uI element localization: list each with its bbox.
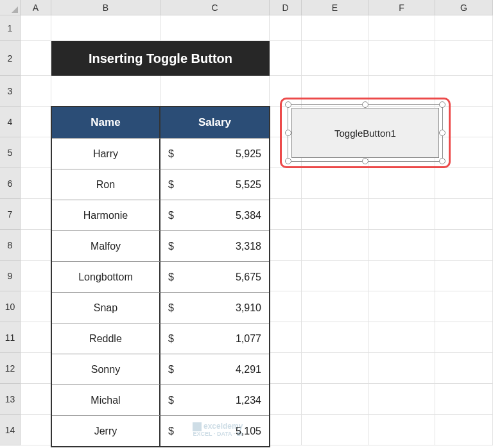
cell[interactable]: [21, 230, 51, 261]
salary-cell[interactable]: $4,291: [160, 354, 269, 384]
row-header[interactable]: 11: [0, 322, 21, 353]
column-header[interactable]: G: [435, 0, 493, 15]
cell[interactable]: [302, 230, 368, 261]
salary-cell[interactable]: $1,234: [160, 384, 269, 415]
name-cell[interactable]: Ron: [52, 169, 160, 200]
resize-handle[interactable]: [439, 101, 445, 108]
name-cell[interactable]: Jerry: [52, 415, 160, 446]
cell[interactable]: [368, 41, 435, 76]
row-header[interactable]: 10: [0, 291, 21, 322]
cell[interactable]: [160, 76, 270, 107]
column-header[interactable]: A: [21, 0, 51, 15]
cell[interactable]: [270, 230, 302, 261]
salary-cell[interactable]: $1,077: [160, 323, 269, 354]
cell[interactable]: [21, 353, 51, 384]
name-cell[interactable]: Harmonie: [52, 200, 160, 230]
cell[interactable]: [302, 15, 368, 41]
cell[interactable]: [270, 261, 302, 291]
row-header[interactable]: 1: [0, 15, 21, 41]
name-cell[interactable]: Reddle: [52, 323, 160, 354]
cell[interactable]: [160, 15, 270, 41]
cell[interactable]: [435, 322, 493, 353]
resize-handle[interactable]: [285, 130, 291, 136]
row-header[interactable]: 14: [0, 415, 21, 445]
cell[interactable]: [435, 168, 493, 199]
toggle-button[interactable]: ToggleButton1: [291, 108, 439, 158]
cell[interactable]: [368, 199, 435, 230]
cell[interactable]: [270, 415, 302, 445]
name-cell[interactable]: Michal: [52, 384, 160, 415]
cell[interactable]: [435, 384, 493, 415]
table-header[interactable]: Name: [52, 107, 160, 138]
column-header[interactable]: E: [302, 0, 368, 15]
salary-cell[interactable]: $5,675: [160, 261, 269, 292]
cell[interactable]: [435, 41, 493, 76]
cell[interactable]: [368, 168, 435, 199]
resize-handle[interactable]: [439, 158, 445, 164]
cell[interactable]: [302, 322, 368, 353]
row-header[interactable]: 4: [0, 107, 21, 137]
salary-cell[interactable]: $5,525: [160, 169, 269, 200]
cell[interactable]: [270, 322, 302, 353]
cell[interactable]: [302, 291, 368, 322]
salary-cell[interactable]: $3,318: [160, 230, 269, 261]
cell[interactable]: [302, 353, 368, 384]
row-header[interactable]: 2: [0, 41, 21, 76]
name-cell[interactable]: Harry: [52, 138, 160, 169]
cell[interactable]: [21, 76, 51, 107]
cell[interactable]: [368, 15, 435, 41]
cell[interactable]: [302, 384, 368, 415]
cell[interactable]: [21, 137, 51, 168]
cell[interactable]: [21, 107, 51, 137]
cell[interactable]: [51, 15, 160, 41]
row-header[interactable]: 8: [0, 230, 21, 261]
column-header[interactable]: C: [160, 0, 270, 15]
cell[interactable]: [21, 291, 51, 322]
cell[interactable]: [368, 322, 435, 353]
cell[interactable]: [21, 261, 51, 291]
cell[interactable]: [21, 322, 51, 353]
salary-cell[interactable]: $5,925: [160, 138, 269, 169]
cell[interactable]: [368, 384, 435, 415]
cell[interactable]: [302, 261, 368, 291]
resize-handle[interactable]: [439, 130, 445, 136]
row-header[interactable]: 3: [0, 76, 21, 107]
cell[interactable]: [270, 291, 302, 322]
column-header[interactable]: F: [368, 0, 435, 15]
cell[interactable]: [435, 261, 493, 291]
cell[interactable]: [21, 41, 51, 76]
row-header[interactable]: 5: [0, 137, 21, 168]
row-header[interactable]: 12: [0, 353, 21, 384]
cell[interactable]: [302, 168, 368, 199]
name-cell[interactable]: Snap: [52, 292, 160, 323]
salary-cell[interactable]: $5,384: [160, 200, 269, 230]
column-header[interactable]: D: [270, 0, 302, 15]
cell[interactable]: [270, 199, 302, 230]
table-header[interactable]: Salary: [160, 107, 269, 138]
row-header[interactable]: 7: [0, 199, 21, 230]
name-cell[interactable]: Sonny: [52, 354, 160, 384]
cell[interactable]: [21, 415, 51, 445]
cell[interactable]: [435, 415, 493, 445]
cell[interactable]: [270, 41, 302, 76]
cell[interactable]: [368, 353, 435, 384]
cell[interactable]: [270, 168, 302, 199]
cell[interactable]: [368, 261, 435, 291]
cell[interactable]: [368, 230, 435, 261]
row-header[interactable]: 6: [0, 168, 21, 199]
resize-handle[interactable]: [285, 101, 291, 108]
cell[interactable]: [302, 415, 368, 445]
resize-handle[interactable]: [285, 158, 291, 164]
cell[interactable]: [21, 384, 51, 415]
row-header[interactable]: 9: [0, 261, 21, 291]
name-cell[interactable]: Malfoy: [52, 230, 160, 261]
column-header[interactable]: B: [51, 0, 160, 15]
cell[interactable]: [435, 199, 493, 230]
cell[interactable]: [302, 41, 368, 76]
cell[interactable]: [270, 353, 302, 384]
salary-cell[interactable]: $3,910: [160, 292, 269, 323]
cell[interactable]: [21, 199, 51, 230]
cell[interactable]: [270, 15, 302, 41]
cell[interactable]: [435, 353, 493, 384]
cell[interactable]: [368, 415, 435, 445]
